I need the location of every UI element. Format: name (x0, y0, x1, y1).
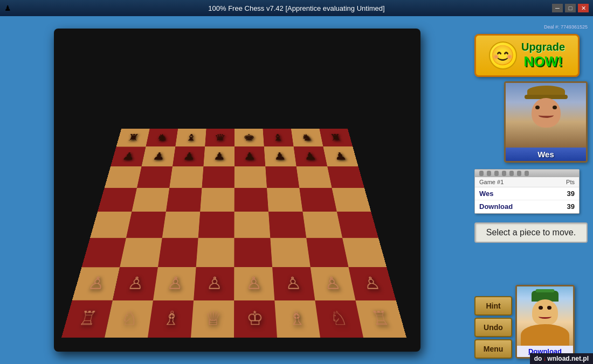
undo-button[interactable]: Undo (474, 318, 512, 337)
square-4-4[interactable] (234, 212, 270, 238)
minimize-button[interactable]: ─ (552, 4, 563, 12)
square-5-4[interactable] (234, 238, 272, 268)
maximize-button[interactable]: □ (565, 4, 576, 12)
piece-7-6: ♘ (328, 309, 348, 328)
square-1-7[interactable]: ♟ (323, 146, 358, 166)
square-1-6[interactable]: ♟ (294, 146, 327, 166)
score-name-2: Download (479, 202, 513, 211)
square-6-1[interactable]: ♙ (113, 267, 158, 300)
piece-1-3: ♟ (213, 151, 225, 162)
piece-1-2: ♟ (182, 151, 195, 162)
square-1-2[interactable]: ♟ (173, 146, 205, 166)
square-3-5[interactable] (267, 188, 302, 212)
square-2-6[interactable] (296, 166, 332, 188)
square-6-4[interactable]: ♙ (234, 267, 274, 300)
square-3-4[interactable] (235, 188, 268, 212)
chess-board[interactable]: ♜♞♝♛♚♝♞♜♟♟♟♟♟♟♟♟♙♙♙♙♙♙♙♙♖♘♗♕♔♗♘♖ (61, 129, 406, 338)
square-0-2[interactable]: ♝ (175, 129, 206, 146)
close-button[interactable]: ✕ (578, 4, 589, 12)
square-7-5[interactable]: ♗ (274, 300, 320, 338)
square-5-7[interactable] (342, 238, 387, 268)
hint-button[interactable]: Hint (474, 296, 512, 316)
score-pts-1: 39 (567, 190, 575, 198)
main-content: ♜♞♝♛♚♝♞♜♟♟♟♟♟♟♟♟♙♙♙♙♙♙♙♙♖♘♗♕♔♗♘♖ Deal #:… (0, 16, 593, 364)
square-2-5[interactable] (265, 166, 299, 188)
ring-6 (517, 171, 521, 176)
square-4-2[interactable] (162, 212, 200, 238)
score-pts-2: 39 (567, 202, 575, 211)
square-0-6[interactable]: ♞ (291, 129, 323, 146)
square-1-3[interactable]: ♟ (203, 146, 235, 166)
square-5-6[interactable] (306, 238, 348, 268)
square-6-7[interactable]: ♙ (349, 267, 396, 300)
upgrade-button[interactable]: 😊 Upgrade NOW! (474, 34, 580, 77)
board-area: ♜♞♝♛♚♝♞♜♟♟♟♟♟♟♟♟♙♙♙♙♙♙♙♙♖♘♗♕♔♗♘♖ (5, 22, 469, 359)
square-3-1[interactable] (132, 188, 169, 212)
watermark-text1: do (534, 355, 542, 362)
piece-1-4: ♟ (244, 151, 256, 162)
piece-6-2: ♙ (166, 275, 184, 292)
piece-0-5: ♝ (272, 133, 284, 142)
square-4-3[interactable] (198, 212, 235, 238)
square-7-0[interactable]: ♖ (61, 300, 113, 338)
square-1-5[interactable]: ♟ (264, 146, 296, 166)
square-0-5[interactable]: ♝ (263, 129, 294, 146)
square-5-2[interactable] (158, 238, 198, 268)
square-0-7[interactable]: ♜ (319, 129, 353, 146)
square-4-6[interactable] (302, 212, 342, 238)
square-2-1[interactable] (137, 166, 173, 188)
square-0-4[interactable]: ♚ (235, 129, 264, 146)
square-3-2[interactable] (166, 188, 202, 212)
square-7-7[interactable]: ♖ (355, 300, 406, 338)
piece-6-0: ♙ (87, 275, 107, 292)
square-4-0[interactable] (90, 212, 132, 238)
square-7-2[interactable]: ♗ (148, 300, 194, 338)
square-2-0[interactable] (105, 166, 142, 188)
square-2-7[interactable] (327, 166, 364, 188)
piece-0-0: ♜ (126, 133, 140, 142)
square-5-0[interactable] (81, 238, 126, 268)
ring-7 (525, 171, 529, 176)
window-title: 100% Free Chess v7.42 [Apprentice evalua… (208, 4, 384, 12)
square-0-0[interactable]: ♜ (116, 129, 150, 146)
square-6-6[interactable]: ♙ (311, 267, 356, 300)
wes-eyes (535, 106, 557, 109)
square-0-1[interactable]: ♞ (146, 129, 178, 146)
player2-card: Download (515, 285, 575, 359)
square-6-3[interactable]: ♙ (194, 267, 234, 300)
square-4-7[interactable] (337, 212, 378, 238)
square-7-1[interactable]: ♘ (105, 300, 153, 338)
square-5-5[interactable] (270, 238, 310, 268)
wes-right-eye (553, 106, 557, 109)
square-4-1[interactable] (126, 212, 166, 238)
piece-6-5: ♙ (285, 275, 302, 292)
square-7-4[interactable]: ♔ (234, 300, 277, 338)
square-2-2[interactable] (169, 166, 203, 188)
square-3-3[interactable] (200, 188, 234, 212)
square-0-3[interactable]: ♛ (205, 129, 235, 146)
square-2-4[interactable] (235, 166, 267, 188)
wes-mouth (539, 113, 554, 118)
square-3-0[interactable] (98, 188, 137, 212)
ring-2 (487, 171, 491, 176)
smiley-icon: 😊 (489, 41, 517, 69)
square-2-3[interactable] (202, 166, 234, 188)
square-3-6[interactable] (299, 188, 337, 212)
square-3-7[interactable] (332, 188, 371, 212)
menu-button[interactable]: Menu (474, 339, 512, 359)
square-1-4[interactable]: ♟ (235, 146, 265, 166)
watermark: do↓wnload.net.pl (530, 353, 593, 364)
square-4-5[interactable] (268, 212, 306, 238)
piece-1-0: ♟ (121, 151, 136, 162)
square-6-2[interactable]: ♙ (153, 267, 196, 300)
piece-6-3: ♙ (206, 275, 222, 292)
square-7-6[interactable]: ♘ (315, 300, 363, 338)
square-5-1[interactable] (120, 238, 162, 268)
player2-avatar (517, 286, 573, 346)
square-6-5[interactable]: ♙ (272, 267, 315, 300)
square-7-3[interactable]: ♕ (191, 300, 234, 338)
square-5-3[interactable] (196, 238, 235, 268)
square-1-0[interactable]: ♟ (111, 146, 146, 166)
square-6-0[interactable]: ♙ (72, 267, 120, 300)
square-1-1[interactable]: ♟ (142, 146, 176, 166)
